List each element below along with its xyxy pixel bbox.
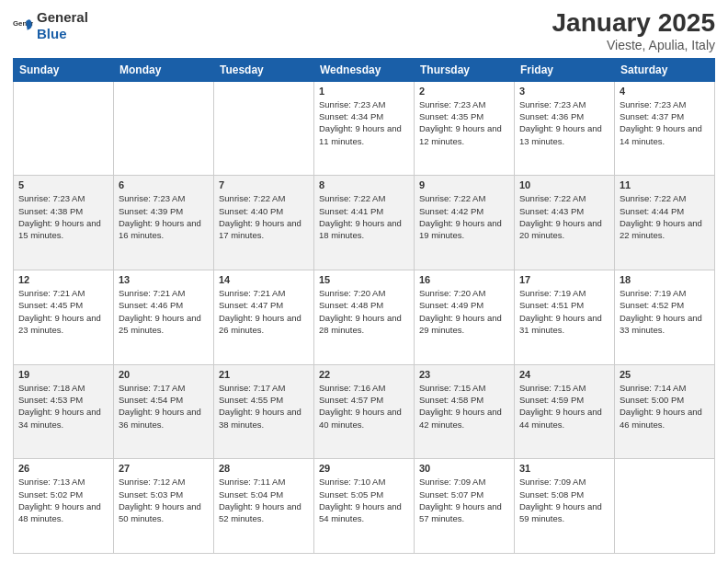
day-info: Sunrise: 7:20 AM Sunset: 4:49 PM Dayligh… xyxy=(419,287,509,336)
day-info: Sunrise: 7:19 AM Sunset: 4:52 PM Dayligh… xyxy=(620,287,710,336)
sunset-time: Sunset: 4:34 PM xyxy=(319,111,383,121)
header-sunday: Sunday xyxy=(14,58,114,81)
calendar-title: January 2025 xyxy=(552,9,715,38)
daylight-hours: Daylight: 9 hours and 14 minutes. xyxy=(620,123,702,145)
cell-2-2: 14 Sunrise: 7:21 AM Sunset: 4:47 PM Dayl… xyxy=(214,270,314,365)
day-number: 8 xyxy=(319,179,409,190)
day-info: Sunrise: 7:23 AM Sunset: 4:38 PM Dayligh… xyxy=(18,192,108,241)
daylight-hours: Daylight: 9 hours and 18 minutes. xyxy=(319,218,402,240)
sunset-time: Sunset: 4:37 PM xyxy=(620,111,684,121)
day-number: 13 xyxy=(119,274,209,285)
sunrise-time: Sunrise: 7:10 AM xyxy=(319,477,385,487)
day-info: Sunrise: 7:13 AM Sunset: 5:02 PM Dayligh… xyxy=(18,476,108,524)
cell-2-0: 12 Sunrise: 7:21 AM Sunset: 4:45 PM Dayl… xyxy=(14,270,114,365)
day-info: Sunrise: 7:10 AM Sunset: 5:05 PM Dayligh… xyxy=(319,476,409,524)
calendar-subtitle: Vieste, Apulia, Italy xyxy=(552,38,715,52)
header-monday: Monday xyxy=(114,58,214,81)
sunrise-time: Sunrise: 7:22 AM xyxy=(519,193,586,203)
day-info: Sunrise: 7:21 AM Sunset: 4:45 PM Dayligh… xyxy=(18,287,108,336)
sunrise-time: Sunrise: 7:17 AM xyxy=(219,383,285,393)
calendar-table: Sunday Monday Tuesday Wednesday Thursday… xyxy=(13,58,715,554)
daylight-hours: Daylight: 9 hours and 23 minutes. xyxy=(18,313,101,335)
sunset-time: Sunset: 4:57 PM xyxy=(319,395,383,405)
day-info: Sunrise: 7:23 AM Sunset: 4:35 PM Dayligh… xyxy=(419,98,509,147)
day-info: Sunrise: 7:21 AM Sunset: 4:46 PM Dayligh… xyxy=(119,287,209,336)
day-info: Sunrise: 7:17 AM Sunset: 4:55 PM Dayligh… xyxy=(219,382,309,431)
sunrise-time: Sunrise: 7:11 AM xyxy=(219,477,285,487)
cell-3-2: 21 Sunrise: 7:17 AM Sunset: 4:55 PM Dayl… xyxy=(214,364,314,459)
sunset-time: Sunset: 4:47 PM xyxy=(219,300,283,310)
sunset-time: Sunset: 4:44 PM xyxy=(620,206,684,216)
cell-0-4: 2 Sunrise: 7:23 AM Sunset: 4:35 PM Dayli… xyxy=(415,81,515,176)
sunset-time: Sunset: 4:49 PM xyxy=(419,300,483,310)
sunrise-time: Sunrise: 7:19 AM xyxy=(620,288,686,298)
header-wednesday: Wednesday xyxy=(314,58,415,81)
logo-icon: General xyxy=(13,16,33,36)
logo: General General Blue xyxy=(13,9,88,42)
day-number: 20 xyxy=(119,369,209,380)
sunrise-time: Sunrise: 7:19 AM xyxy=(519,288,586,298)
day-number: 1 xyxy=(319,86,409,97)
sunrise-time: Sunrise: 7:15 AM xyxy=(419,383,485,393)
sunset-time: Sunset: 4:58 PM xyxy=(419,395,483,405)
day-info: Sunrise: 7:22 AM Sunset: 4:44 PM Dayligh… xyxy=(620,192,710,241)
daylight-hours: Daylight: 9 hours and 48 minutes. xyxy=(18,501,101,523)
sunset-time: Sunset: 5:05 PM xyxy=(319,489,383,500)
daylight-hours: Daylight: 9 hours and 46 minutes. xyxy=(620,407,702,429)
sunrise-time: Sunrise: 7:20 AM xyxy=(319,288,385,298)
daylight-hours: Daylight: 9 hours and 38 minutes. xyxy=(219,407,301,429)
day-info: Sunrise: 7:15 AM Sunset: 4:59 PM Dayligh… xyxy=(519,382,609,431)
day-info: Sunrise: 7:11 AM Sunset: 5:04 PM Dayligh… xyxy=(219,476,309,524)
daylight-hours: Daylight: 9 hours and 33 minutes. xyxy=(620,313,702,335)
daylight-hours: Daylight: 9 hours and 15 minutes. xyxy=(18,218,101,240)
sunset-time: Sunset: 4:40 PM xyxy=(219,206,283,216)
sunrise-time: Sunrise: 7:17 AM xyxy=(119,383,185,393)
daylight-hours: Daylight: 9 hours and 28 minutes. xyxy=(319,313,402,335)
cell-2-5: 17 Sunrise: 7:19 AM Sunset: 4:51 PM Dayl… xyxy=(515,270,615,365)
day-info: Sunrise: 7:22 AM Sunset: 4:41 PM Dayligh… xyxy=(319,192,409,241)
cell-4-3: 29 Sunrise: 7:10 AM Sunset: 5:05 PM Dayl… xyxy=(314,459,415,554)
day-info: Sunrise: 7:16 AM Sunset: 4:57 PM Dayligh… xyxy=(319,382,409,431)
cell-2-1: 13 Sunrise: 7:21 AM Sunset: 4:46 PM Dayl… xyxy=(114,270,214,365)
sunrise-time: Sunrise: 7:22 AM xyxy=(319,193,385,203)
week-row-4: 26 Sunrise: 7:13 AM Sunset: 5:02 PM Dayl… xyxy=(14,459,715,554)
sunrise-time: Sunrise: 7:23 AM xyxy=(419,99,485,109)
sunset-time: Sunset: 4:53 PM xyxy=(18,395,83,405)
cell-0-3: 1 Sunrise: 7:23 AM Sunset: 4:34 PM Dayli… xyxy=(314,81,415,176)
sunrise-time: Sunrise: 7:23 AM xyxy=(319,99,385,109)
sunset-time: Sunset: 5:04 PM xyxy=(219,489,283,500)
sunrise-time: Sunrise: 7:15 AM xyxy=(519,383,586,393)
day-number: 28 xyxy=(219,463,309,474)
cell-3-6: 25 Sunrise: 7:14 AM Sunset: 5:00 PM Dayl… xyxy=(615,364,715,459)
day-info: Sunrise: 7:09 AM Sunset: 5:08 PM Dayligh… xyxy=(519,476,609,524)
sunrise-time: Sunrise: 7:23 AM xyxy=(620,99,686,109)
cell-1-6: 11 Sunrise: 7:22 AM Sunset: 4:44 PM Dayl… xyxy=(615,176,715,270)
sunrise-time: Sunrise: 7:22 AM xyxy=(620,193,686,203)
daylight-hours: Daylight: 9 hours and 17 minutes. xyxy=(219,218,301,240)
daylight-hours: Daylight: 9 hours and 22 minutes. xyxy=(620,218,702,240)
day-info: Sunrise: 7:23 AM Sunset: 4:36 PM Dayligh… xyxy=(519,98,609,147)
day-number: 7 xyxy=(219,179,309,190)
cell-2-3: 15 Sunrise: 7:20 AM Sunset: 4:48 PM Dayl… xyxy=(314,270,415,365)
sunset-time: Sunset: 4:42 PM xyxy=(419,206,483,216)
day-number: 31 xyxy=(519,463,609,474)
daylight-hours: Daylight: 9 hours and 40 minutes. xyxy=(319,407,402,429)
sunset-time: Sunset: 4:55 PM xyxy=(219,395,283,405)
day-number: 18 xyxy=(620,274,710,285)
day-info: Sunrise: 7:19 AM Sunset: 4:51 PM Dayligh… xyxy=(519,287,609,336)
daylight-hours: Daylight: 9 hours and 50 minutes. xyxy=(119,501,201,523)
cell-3-0: 19 Sunrise: 7:18 AM Sunset: 4:53 PM Dayl… xyxy=(14,364,114,459)
sunrise-time: Sunrise: 7:23 AM xyxy=(519,99,586,109)
daylight-hours: Daylight: 9 hours and 36 minutes. xyxy=(119,407,201,429)
day-number: 5 xyxy=(18,179,108,190)
title-block: January 2025 Vieste, Apulia, Italy xyxy=(552,9,715,52)
header: General General Blue January 2025 Vieste… xyxy=(13,9,715,52)
sunset-time: Sunset: 4:46 PM xyxy=(119,300,183,310)
sunset-time: Sunset: 5:03 PM xyxy=(119,489,183,500)
cell-4-6 xyxy=(615,459,715,554)
day-info: Sunrise: 7:23 AM Sunset: 4:37 PM Dayligh… xyxy=(620,98,710,147)
day-number: 6 xyxy=(119,179,209,190)
day-info: Sunrise: 7:17 AM Sunset: 4:54 PM Dayligh… xyxy=(119,382,209,431)
daylight-hours: Daylight: 9 hours and 42 minutes. xyxy=(419,407,502,429)
week-row-0: 1 Sunrise: 7:23 AM Sunset: 4:34 PM Dayli… xyxy=(14,81,715,176)
